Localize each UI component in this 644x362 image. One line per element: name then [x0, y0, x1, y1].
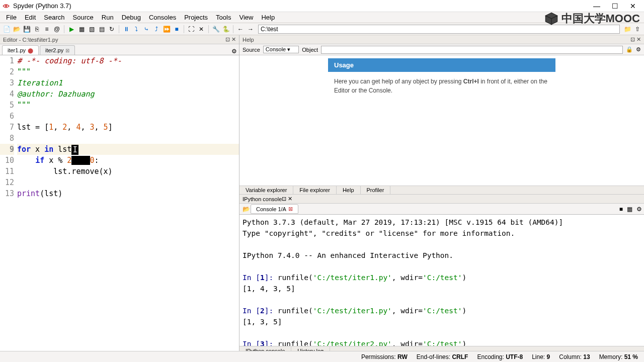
menu-tools[interactable]: Tools: [212, 13, 235, 22]
help-source-label: Source: [243, 47, 260, 53]
help-pane-title: Help: [243, 37, 254, 43]
help-body: Usage Here you can get help of any objec…: [239, 55, 644, 186]
lock-icon[interactable]: 🔒: [626, 46, 633, 53]
ipython-console[interactable]: Python 3.7.3 (default, Mar 27 2019, 17:1…: [239, 215, 644, 346]
editor-options-icon[interactable]: ⚙: [231, 48, 237, 55]
save-icon[interactable]: 💾: [22, 25, 31, 34]
continue-icon[interactable]: ⏩: [162, 25, 171, 34]
step-into-icon[interactable]: ⤷: [142, 25, 151, 34]
run-cell-icon[interactable]: ▦: [77, 25, 86, 34]
console-tab[interactable]: Console 1/A⊠: [251, 204, 298, 214]
back-icon[interactable]: ←: [236, 25, 245, 34]
help-object-input[interactable]: [321, 46, 623, 54]
usage-text: Here you can get help of any object by p…: [328, 72, 555, 100]
menu-edit[interactable]: Edit: [21, 13, 40, 22]
menu-bar: File Edit Search Source Run Debug Consol…: [0, 12, 644, 23]
ipython-undock-icon[interactable]: ⊡ ✕: [282, 196, 292, 202]
help-source-select[interactable]: Console ▾: [263, 46, 299, 53]
close-tab-icon[interactable]: ⊠: [65, 48, 69, 53]
working-dir-input[interactable]: [258, 25, 620, 34]
ipython-pane-header: IPython console ⊡ ✕: [239, 195, 644, 204]
title-bar: Spyder (Python 3.7) — ☐ ✕: [0, 0, 644, 12]
spyder-icon: [2, 2, 10, 10]
stop-debug-icon[interactable]: ■: [172, 25, 181, 34]
menu-search[interactable]: Search: [40, 13, 68, 22]
help-object-label: Object: [302, 47, 318, 53]
interrupt-icon[interactable]: ■: [619, 206, 623, 213]
parent-dir-icon[interactable]: ⇧: [633, 25, 642, 34]
svg-point-0: [5, 5, 7, 7]
preferences-icon[interactable]: 🔧: [211, 25, 220, 34]
tab-iter1[interactable]: iter1.py⬤: [2, 45, 39, 55]
browse-dir-icon[interactable]: 📁: [623, 25, 632, 34]
usage-header: Usage: [328, 58, 555, 72]
help-undock-icon[interactable]: ⊡ ✕: [630, 36, 641, 43]
menu-source[interactable]: Source: [69, 13, 98, 22]
menu-file[interactable]: File: [2, 13, 21, 22]
close-console-icon[interactable]: ⊠: [288, 206, 293, 212]
debug-icon[interactable]: ⏸: [122, 25, 131, 34]
help-options-icon[interactable]: ⚙: [636, 46, 641, 53]
menu-view[interactable]: View: [235, 13, 257, 22]
pythonpath-icon[interactable]: 🐍: [221, 25, 230, 34]
editor-pane-header: Editor - C:\test\iter1.py ⊡ ✕: [0, 35, 239, 44]
menu-run[interactable]: Run: [98, 13, 118, 22]
menu-debug[interactable]: Debug: [118, 13, 145, 22]
rerun-icon[interactable]: ↻: [107, 25, 116, 34]
run-icon[interactable]: ▶: [67, 25, 76, 34]
step-over-icon[interactable]: ⤵: [132, 25, 141, 34]
file-switcher-icon[interactable]: ≡: [42, 25, 51, 34]
fullscreen-icon[interactable]: ✕: [197, 25, 206, 34]
tab-variable-explorer[interactable]: Variable explorer: [239, 186, 293, 194]
tab-profiler[interactable]: Profiler: [361, 186, 391, 194]
text-cursor: I: [71, 145, 78, 155]
open-file-icon[interactable]: 📂: [12, 25, 21, 34]
symbol-finder-icon[interactable]: @: [52, 25, 61, 34]
code-editor[interactable]: 12345678910111213 # -*- coding: utf-8 -*…: [0, 55, 239, 355]
window-title: Spyder (Python 3.7): [13, 2, 592, 10]
minimize-button[interactable]: —: [592, 2, 602, 10]
editor-pane-title: Editor - C:\test\iter1.py: [3, 37, 58, 43]
console-options-icon[interactable]: ⚙: [636, 206, 642, 213]
tool-bar: 📄 📂 💾 ⎘ ≡ @ ▶ ▦ ▧ ▤ ↻ ⏸ ⤵ ⤷ ⤴ ⏩ ■ ⛶ ✕ 🔧 …: [0, 23, 644, 35]
help-bottom-tabs: Variable explorer File explorer Help Pro…: [239, 186, 644, 195]
new-console-icon[interactable]: 📂: [242, 205, 251, 214]
new-file-icon[interactable]: 📄: [2, 25, 11, 34]
stop-icon[interactable]: ▦: [627, 206, 632, 213]
forward-icon[interactable]: →: [246, 25, 255, 34]
tab-iter2[interactable]: iter2.py⊠: [40, 45, 75, 55]
tab-file-explorer[interactable]: File explorer: [293, 186, 337, 194]
editor-undock-icon[interactable]: ⊡ ✕: [225, 36, 236, 43]
menu-help[interactable]: Help: [257, 13, 279, 22]
run-cell-advance-icon[interactable]: ▧: [87, 25, 96, 34]
close-tab-icon[interactable]: ⬤: [28, 48, 33, 53]
current-line: for x in lstI: [17, 144, 239, 155]
run-selection-icon[interactable]: ▤: [97, 25, 106, 34]
maximize-button[interactable]: ☐: [610, 2, 620, 10]
menu-projects[interactable]: Projects: [180, 13, 212, 22]
line-number-gutter: 12345678910111213: [0, 55, 16, 355]
status-bar: Permissions: RW End-of-lines: CRLF Encod…: [0, 351, 644, 362]
maximize-pane-icon[interactable]: ⛶: [187, 25, 196, 34]
close-button[interactable]: ✕: [628, 2, 638, 10]
step-out-icon[interactable]: ⤴: [152, 25, 161, 34]
menu-consoles[interactable]: Consoles: [145, 13, 180, 22]
editor-tabs: iter1.py⬤ iter2.py⊠ ⚙: [0, 44, 239, 55]
saveall-icon[interactable]: ⎘: [32, 25, 41, 34]
ipython-pane-title: IPython console: [243, 196, 282, 202]
tab-help[interactable]: Help: [337, 186, 361, 194]
help-pane-header: Help ⊡ ✕: [239, 35, 644, 44]
